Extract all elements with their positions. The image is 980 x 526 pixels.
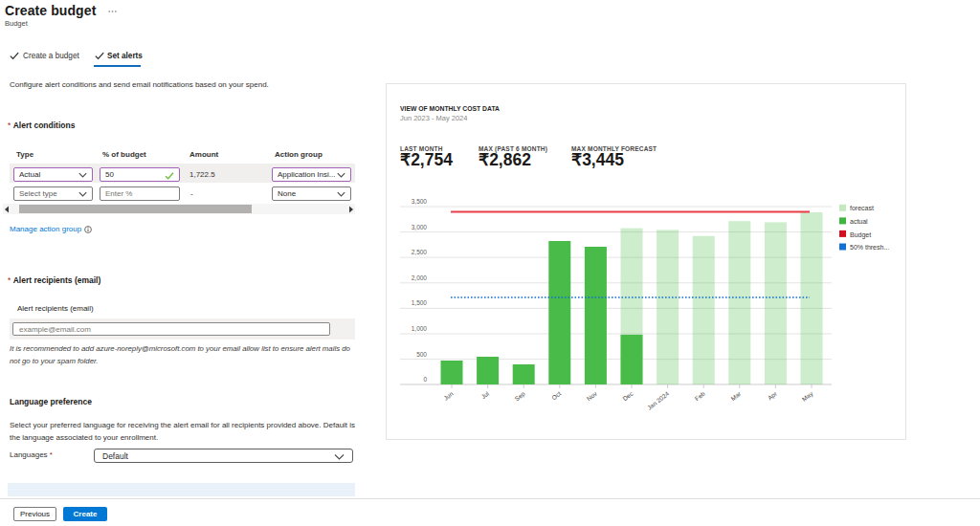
svg-text:500: 500 [416, 351, 427, 358]
svg-text:Jul: Jul [479, 389, 490, 400]
svg-text:forecast: forecast [850, 205, 874, 211]
svg-text:Sep: Sep [513, 390, 526, 404]
svg-text:Oct: Oct [550, 390, 562, 402]
svg-text:0: 0 [423, 376, 427, 383]
svg-text:Jan 2024: Jan 2024 [646, 390, 671, 411]
svg-text:1,000: 1,000 [412, 325, 428, 332]
svg-text:1,500: 1,500 [412, 299, 428, 306]
svg-text:50% thresh...: 50% thresh... [850, 244, 889, 251]
svg-text:3,000: 3,000 [412, 224, 428, 230]
svg-text:actual: actual [850, 218, 868, 225]
svg-text:2,000: 2,000 [412, 274, 428, 281]
svg-text:Feb: Feb [694, 390, 706, 403]
svg-text:May: May [801, 389, 815, 403]
svg-text:Dec: Dec [621, 389, 635, 402]
svg-text:Jun: Jun [442, 390, 455, 402]
svg-text:Nov: Nov [586, 389, 599, 402]
svg-text:Apr: Apr [767, 389, 780, 402]
svg-text:3,500: 3,500 [412, 198, 428, 205]
svg-text:Budget: Budget [850, 231, 871, 239]
svg-text:2,500: 2,500 [412, 249, 428, 255]
svg-text:Mar: Mar [729, 389, 743, 402]
